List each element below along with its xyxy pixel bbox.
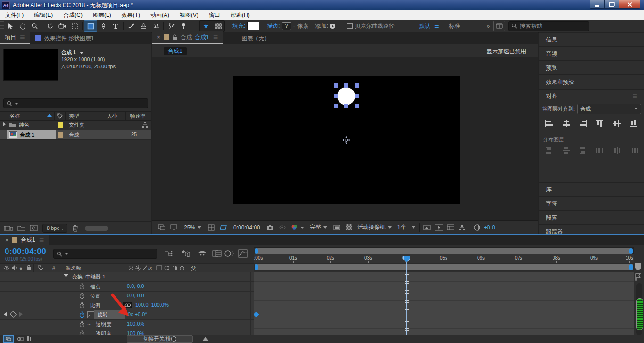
selection-handle[interactable] (344, 83, 348, 88)
property-row-position[interactable]: 位置 0.0, 0.0 (0, 291, 254, 301)
shape-ellipse[interactable] (337, 87, 355, 105)
panel-menu-icon[interactable]: ☰ (39, 237, 44, 244)
align-left-button[interactable] (543, 118, 555, 128)
selection-handle[interactable] (334, 83, 338, 88)
close-tab-icon[interactable]: × (5, 237, 8, 244)
active-camera-dropdown[interactable]: 活动摄像机 (357, 223, 386, 231)
unlocked-icon[interactable] (173, 34, 177, 40)
rectangle-tool[interactable] (84, 20, 97, 32)
motion-blur-switch-icon[interactable] (164, 265, 171, 270)
view-layout-dropdown[interactable]: 1个_ (397, 223, 409, 231)
transparency-checkerboard-icon[interactable] (212, 21, 224, 31)
navigator-start-handle[interactable] (255, 248, 258, 254)
maximize-button[interactable] (604, 0, 619, 9)
constrain-proportions-link-icon[interactable] (123, 302, 132, 308)
keyframe-diamond[interactable] (254, 311, 259, 318)
next-keyframe-icon[interactable] (19, 312, 23, 317)
column-name[interactable]: 名称 (9, 113, 20, 120)
pixel-aspect-correction-icon[interactable] (423, 225, 431, 230)
navigator-thumb[interactable] (255, 248, 633, 254)
pan-behind-tool[interactable] (68, 21, 81, 31)
distribute-top-button[interactable] (543, 145, 555, 155)
property-row-rotation[interactable]: 旋转 0x +0.0° (0, 310, 254, 320)
distribute-horizontal-center-button[interactable] (611, 145, 623, 155)
workspace-menu-icon[interactable]: ☰ (434, 23, 439, 29)
distribute-left-button[interactable] (594, 145, 606, 155)
align-to-dropdown[interactable]: 合成 (577, 104, 641, 114)
property-value[interactable]: 0.0, 0.0 (127, 283, 144, 289)
comp-viewer[interactable] (152, 57, 538, 220)
region-of-interest-icon[interactable] (333, 225, 340, 230)
timeline-zoom-slider[interactable] (172, 339, 197, 339)
menu-item-effect[interactable]: 效果(T) (116, 11, 145, 19)
property-name-highlighted[interactable]: 旋转 (94, 310, 125, 319)
stopwatch-icon[interactable] (79, 283, 85, 290)
zoom-slider-knob[interactable] (171, 336, 176, 342)
distribute-bottom-button[interactable] (577, 145, 589, 155)
comp-flowchart-icon[interactable] (458, 224, 466, 231)
selection-handle[interactable] (344, 104, 348, 108)
stopwatch-icon[interactable] (79, 321, 85, 327)
timeline-track-area[interactable] (254, 272, 634, 335)
panel-info[interactable]: 信息 (539, 33, 644, 46)
frame-blend-switch-icon[interactable] (156, 265, 162, 270)
star-icon[interactable]: ★ (200, 21, 212, 31)
project-comp-name[interactable]: 合成 1 (61, 49, 116, 56)
workspace-switcher-icon[interactable] (493, 21, 505, 31)
minimize-button[interactable] (590, 0, 604, 9)
column-framerate[interactable]: 帧速率 (130, 113, 146, 120)
transparency-grid-icon[interactable] (346, 224, 352, 230)
workspace-standard[interactable]: 标准 (449, 22, 460, 30)
exposure-value[interactable]: +0.0 (484, 224, 495, 231)
tab-timeline-comp[interactable]: × 合成1 ☰ (0, 235, 49, 245)
time-ruler[interactable]: :00s 01s 02s 03s 04s 05s 06s 07s 08s 09s… (254, 254, 634, 263)
menu-item-animation[interactable]: 动画(A) (145, 11, 174, 19)
reset-exposure-icon[interactable] (474, 224, 480, 231)
distribute-vertical-center-button[interactable] (560, 145, 572, 155)
timeline-vertical-scrollbar[interactable] (636, 283, 642, 335)
property-value[interactable]: 0x +0.0° (128, 311, 147, 317)
column-type[interactable]: 类型 (69, 113, 79, 120)
camera-tool[interactable] (56, 21, 68, 31)
expand-layer-switches-button[interactable] (3, 335, 14, 343)
property-name[interactable]: 锚点 (90, 283, 100, 290)
property-value[interactable]: 100.0, 100.0% (135, 302, 169, 308)
panel-library[interactable]: 库 (539, 183, 644, 196)
label-color-swatch[interactable] (58, 122, 63, 128)
zoom-tool[interactable] (28, 21, 41, 31)
fast-previews-icon[interactable] (435, 224, 443, 231)
sort-ascending-icon[interactable] (47, 114, 52, 117)
stopwatch-active-icon[interactable] (79, 311, 85, 318)
quality-switch-icon[interactable] (128, 265, 134, 271)
expand-arrow-icon[interactable] (3, 122, 6, 127)
playhead-line[interactable] (406, 257, 407, 335)
adjustment-layer-switch-icon[interactable] (172, 265, 178, 271)
toolbar-grip[interactable] (0, 21, 4, 31)
pen-tool[interactable] (97, 21, 109, 31)
align-horizontal-center-button[interactable] (560, 118, 572, 128)
close-tab-icon[interactable]: × (157, 34, 160, 41)
resolution-dropdown[interactable]: 完整 (310, 223, 321, 231)
show-snapshot-icon[interactable] (279, 225, 286, 230)
column-size[interactable]: 大小 (107, 113, 117, 120)
type-tool[interactable] (109, 21, 122, 31)
align-top-button[interactable] (594, 118, 606, 128)
mask-visibility-icon[interactable] (220, 224, 227, 230)
panel-menu-icon[interactable]: ☰ (20, 34, 25, 41)
panel-character[interactable]: 字符 (539, 197, 644, 210)
roto-brush-tool[interactable] (165, 21, 177, 31)
primary-viewer-icon[interactable] (170, 224, 177, 230)
property-row-opacity[interactable]: ... 透明度 100.0% (0, 319, 254, 329)
label-column-icon[interactable] (57, 113, 63, 119)
bezier-path-label[interactable]: 贝塞尔曲线路径 (355, 22, 395, 30)
puppet-pin-tool[interactable] (177, 21, 190, 31)
selection-handle[interactable] (334, 104, 338, 108)
add-keyframe-icon[interactable] (10, 311, 17, 318)
shy-layers-icon[interactable] (198, 250, 206, 257)
fill-color-swatch[interactable] (247, 22, 259, 30)
panel-audio[interactable]: 音频 (539, 47, 644, 60)
tab-effect-controls[interactable]: 效果控件 形状图层1 (30, 32, 100, 44)
menu-item-help[interactable]: 帮助(H) (225, 11, 255, 19)
distribute-right-button[interactable] (628, 145, 640, 155)
eraser-tool[interactable] (149, 21, 162, 31)
